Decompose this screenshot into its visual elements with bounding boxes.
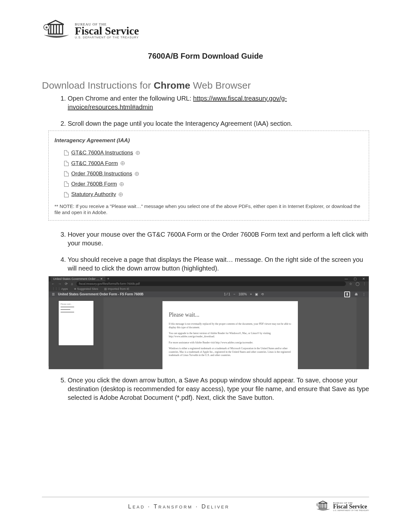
pdf-page: Please wait... If this message is not ev… bbox=[162, 301, 298, 369]
rotate-icon[interactable]: ⟲ bbox=[261, 292, 264, 297]
iaa-link-row: GT&C 7600A Form⨁ bbox=[64, 158, 363, 169]
profile-icon[interactable]: ◯ bbox=[356, 281, 359, 286]
step-1: Open Chrome and enter the following URL:… bbox=[68, 94, 369, 112]
window-close-icon[interactable]: ✕ bbox=[360, 277, 367, 281]
gtc-7600a-instructions-link[interactable]: GT&C 7600A Instructions bbox=[71, 148, 133, 158]
order-7600b-form-link[interactable]: Order 7600B Form bbox=[71, 179, 117, 189]
print-icon[interactable]: 🖶 bbox=[355, 292, 358, 297]
please-wait-p2: You can upgrade to the latest version of… bbox=[169, 332, 291, 339]
pdf-document-title: United States Government Order Form - FS… bbox=[58, 292, 143, 297]
browser-tab[interactable]: United States Government Order … ✕ bbox=[51, 276, 105, 281]
new-tab-button[interactable]: + bbox=[107, 276, 109, 281]
logo-dept-text: U.S. DEPARTMENT OF THE TREASURY bbox=[75, 36, 139, 39]
external-icon: ⨁ bbox=[119, 191, 123, 199]
footer-logo: ★ BUREAU OF THE Fiscal Service U.S. DEPA… bbox=[316, 500, 369, 513]
external-icon: ⨁ bbox=[120, 180, 124, 188]
pdf-toolbar: ☰ United States Government Order Form - … bbox=[49, 291, 369, 297]
step-2-text: Scroll down the page until you locate th… bbox=[68, 120, 292, 127]
gtc-7600a-form-link[interactable]: GT&C 7600A Form bbox=[71, 158, 118, 169]
nav-back-icon[interactable]: ← bbox=[51, 281, 55, 286]
svg-text:★: ★ bbox=[45, 25, 48, 30]
bookmark-suggested[interactable]: ★ Suggested Sites bbox=[74, 287, 98, 291]
please-wait-p4: Windows is either a registered trademark… bbox=[169, 347, 291, 357]
section-heading: Download Instructions for Chrome Web Bro… bbox=[42, 80, 369, 91]
iaa-link-row: Statutory Authority⨁ bbox=[64, 189, 363, 200]
step-5: Once you click the down arrow button, a … bbox=[68, 376, 369, 402]
pdf-thumbnail[interactable]: Please wait...▬▬▬▬▬▬▬▬▬▬▬▬▬▬▬▬▬▬▬ bbox=[58, 300, 94, 346]
iaa-note: ** NOTE: If you receive a "Please wait…"… bbox=[54, 203, 363, 216]
order-7600b-instructions-link[interactable]: Order 7600B Instructions bbox=[71, 169, 132, 179]
heading-post: Web Browser bbox=[190, 80, 251, 91]
pdf-page-indicator: 1 / 1 bbox=[224, 292, 230, 297]
iaa-link-row: GT&C 7600A Instructions⨁ bbox=[64, 148, 363, 158]
zoom-level: 100% bbox=[239, 292, 247, 297]
external-icon: ⨁ bbox=[121, 159, 125, 167]
header-logo: ★ BUREAU OF THE Fiscal Service U.S. DEPA… bbox=[42, 19, 369, 42]
please-wait-p3: For more assistance with Adobe Reader vi… bbox=[169, 341, 291, 344]
footer-tagline: Lead · Transform · Deliver bbox=[42, 503, 316, 510]
browser-screenshot: United States Government Order … ✕ + — ▢… bbox=[48, 276, 369, 366]
iaa-link-row: Order 7600B Instructions⨁ bbox=[64, 169, 363, 179]
footer-logo-main: Fiscal Service bbox=[333, 504, 369, 509]
svg-text:★: ★ bbox=[317, 504, 319, 506]
footer-logo-sub: U.S. DEPARTMENT OF THE TREASURY bbox=[333, 509, 369, 511]
pdf-viewer-body: Please wait...▬▬▬▬▬▬▬▬▬▬▬▬▬▬▬▬▬▬▬ Please… bbox=[49, 297, 369, 369]
pdf-icon bbox=[64, 182, 69, 187]
logo-main-text: Fiscal Service bbox=[75, 26, 139, 36]
fit-page-icon[interactable]: ▣ bbox=[255, 292, 258, 297]
pdf-more-icon[interactable]: ⋮ bbox=[362, 292, 366, 297]
please-wait-p1: If this message is not eventually replac… bbox=[169, 322, 291, 329]
instruction-list: Open Chrome and enter the following URL:… bbox=[42, 94, 369, 402]
step-3: Hover your mouse over the GT&C 7600A For… bbox=[68, 230, 369, 248]
iaa-section-screenshot: Interagency Agreement (IAA) GT&C 7600A I… bbox=[48, 131, 369, 221]
pdf-menu-icon[interactable]: ☰ bbox=[52, 292, 55, 297]
zoom-out-icon[interactable]: − bbox=[233, 292, 235, 297]
apps-shortcut[interactable]: ⋮⋮⋮ Apps bbox=[52, 287, 68, 291]
please-wait-heading: Please wait... bbox=[169, 311, 291, 319]
external-icon: ⨁ bbox=[136, 149, 140, 157]
fiscal-service-seal-icon: ★ bbox=[42, 19, 71, 42]
nav-reload-icon[interactable]: ⟳ bbox=[65, 281, 68, 286]
browser-tab-bar: United States Government Order … ✕ + — ▢… bbox=[49, 276, 369, 281]
star-icon[interactable]: ☆ bbox=[349, 281, 352, 286]
document-title: 7600A/B Form Download Guide bbox=[42, 52, 369, 61]
step-2: Scroll down the page until you locate th… bbox=[68, 119, 369, 221]
external-icon: ⨁ bbox=[135, 170, 139, 178]
window-minimize-icon[interactable]: — bbox=[343, 277, 350, 281]
address-bar-row: ← → ⟳ ⌂ fiscal.treasury.gov/files/forms/… bbox=[49, 281, 369, 286]
heading-pre: Download Instructions for bbox=[42, 80, 154, 91]
address-bar[interactable]: fiscal.treasury.gov/files/forms/fs-form-… bbox=[76, 281, 346, 286]
iaa-link-row: Order 7600B Form⨁ bbox=[64, 179, 363, 189]
pdf-icon bbox=[64, 161, 69, 166]
heading-browser-name: Chrome bbox=[154, 80, 190, 91]
bookmarks-bar: ⋮⋮⋮ Apps ★ Suggested Sites ▥ Imported fr… bbox=[49, 286, 369, 291]
nav-forward-icon[interactable]: → bbox=[58, 281, 62, 286]
nav-home-icon[interactable]: ⌂ bbox=[71, 281, 73, 286]
pdf-thumbnail-pane: Please wait...▬▬▬▬▬▬▬▬▬▬▬▬▬▬▬▬▬▬▬ bbox=[49, 297, 103, 369]
pdf-page-controls: 1 / 1 − 100% + ▣ ⟲ bbox=[224, 292, 264, 297]
window-maximize-icon[interactable]: ▢ bbox=[352, 277, 358, 281]
pdf-icon bbox=[64, 192, 69, 197]
step-4-text: You should receive a page that displays … bbox=[68, 256, 363, 272]
pdf-scrollbar[interactable] bbox=[357, 297, 369, 369]
page-footer: Lead · Transform · Deliver ★ BUREAU OF T… bbox=[42, 497, 369, 513]
iaa-heading: Interagency Agreement (IAA) bbox=[54, 135, 363, 146]
step-1-text: Open Chrome and enter the following URL: bbox=[68, 95, 193, 102]
pdf-icon bbox=[64, 171, 69, 176]
pdf-icon bbox=[64, 150, 69, 155]
statutory-authority-link[interactable]: Statutory Authority bbox=[71, 189, 116, 200]
fiscal-service-seal-icon: ★ bbox=[316, 500, 331, 513]
download-button[interactable]: ⬇ bbox=[344, 291, 350, 297]
menu-icon[interactable]: ⋮ bbox=[363, 281, 366, 286]
bookmark-imported[interactable]: ▥ Imported from IE bbox=[104, 287, 130, 291]
zoom-in-icon[interactable]: + bbox=[250, 292, 252, 297]
step-4: You should receive a page that displays … bbox=[68, 255, 369, 366]
